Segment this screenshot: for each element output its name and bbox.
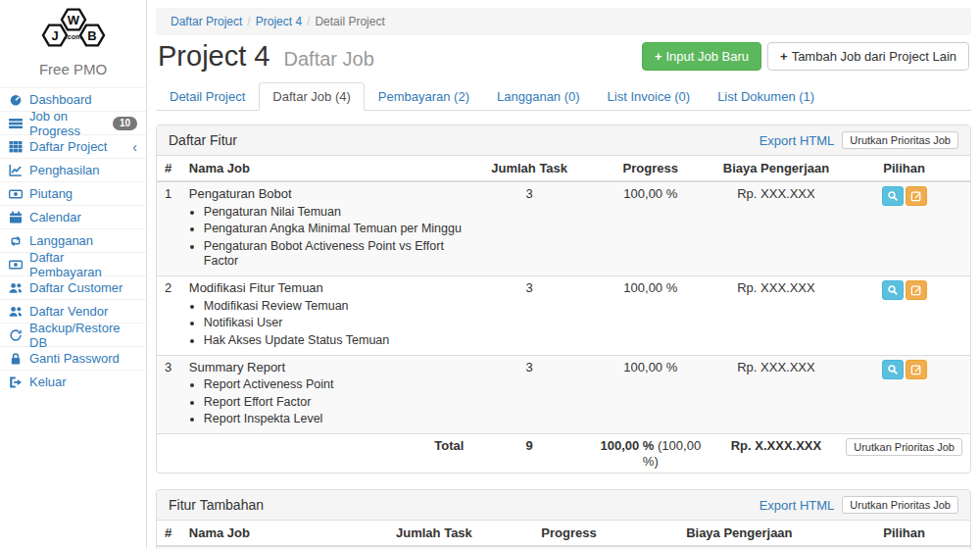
input-job-baru-button[interactable]: +Input Job Baru <box>642 42 761 71</box>
urutkan-prioritas-job-button[interactable]: Urutkan Prioritas Job <box>842 496 958 514</box>
job-name-cell: Pengaturan Bobot Pengaturan Nilai Temuan… <box>181 181 472 276</box>
panel-daftar-fitur: Daftar Fitur Export HTML Urutkan Priorit… <box>156 125 971 474</box>
tab-list-dokumen[interactable]: List Dokumen (1) <box>704 82 828 111</box>
breadcrumb-project-4[interactable]: Project 4 <box>256 15 302 28</box>
actions-cell <box>838 355 970 433</box>
col-pilihan: Pilihan <box>838 156 970 181</box>
row-num: 3 <box>157 355 181 433</box>
urutkan-prioritas-job-button[interactable]: Urutkan Prioritas Job <box>846 438 962 456</box>
table-row: 1 Pengaturan Bobot Pengaturan Nilai Temu… <box>157 181 970 276</box>
table-row: 3 Summary Report Report Activeness Point… <box>157 355 970 433</box>
refresh-icon <box>9 328 23 342</box>
daftar-fitur-table: # Nama Job Jumlah Task Progress Biaya Pe… <box>157 156 970 473</box>
tab-langganan[interactable]: Langganan (0) <box>483 82 594 111</box>
sign-out-icon <box>9 375 23 389</box>
task-count: 3 <box>471 276 586 355</box>
view-job-button[interactable] <box>882 186 904 206</box>
job-name-cell: Summary Report Report Activeness Point R… <box>181 355 472 433</box>
breadcrumb: Daftar Project/Project 4/Detail Project <box>156 8 971 35</box>
sidebar-item-dashboard[interactable]: Dashboard <box>0 87 146 111</box>
sidebar-item-calendar[interactable]: Calendar <box>0 205 146 228</box>
panel-title: Fitur Tambahan <box>169 497 264 513</box>
task-count: 3 <box>471 355 586 433</box>
tab-pembayaran[interactable]: Pembayaran (2) <box>365 82 483 111</box>
sidebar-item-label: Daftar Vendor <box>29 304 108 319</box>
page-title: Project 4 Daftar Job <box>158 40 374 73</box>
total-label: Total <box>181 434 472 474</box>
jwb-logo: W J B .com <box>0 0 146 59</box>
tab-list-invoice[interactable]: List Invoice (0) <box>594 82 705 111</box>
sidebar-item-label: Backup/Restore DB <box>29 321 137 350</box>
tab-daftar-job[interactable]: Daftar Job (4) <box>259 82 364 111</box>
view-job-button[interactable] <box>882 360 904 379</box>
users-icon <box>9 281 23 295</box>
project-name: Project 4 <box>158 40 270 72</box>
export-html-link[interactable]: Export HTML <box>760 133 835 148</box>
sidebar-item-daftar-pembayaran[interactable]: Daftar Pembayaran <box>0 252 146 275</box>
tambah-job-dari-project-lain-button[interactable]: +Tambah Job dari Project Lain <box>767 42 969 71</box>
sidebar-item-label: Piutang <box>29 186 73 201</box>
sidebar-item-keluar[interactable]: Keluar <box>0 370 146 393</box>
sidebar-item-label: Langganan <box>29 233 93 248</box>
sidebar-item-daftar-customer[interactable]: Daftar Customer <box>0 275 146 299</box>
edit-job-button[interactable] <box>906 186 927 206</box>
svg-text:W: W <box>67 13 79 27</box>
gauge-icon <box>9 93 23 107</box>
panel-tools: Export HTML Urutkan Prioritas Job <box>760 131 958 149</box>
chevron-left-icon: ‹ <box>132 140 137 154</box>
export-html-link[interactable]: Export HTML <box>760 498 835 513</box>
list-icon <box>9 117 23 130</box>
edit-job-button[interactable] <box>906 280 927 300</box>
row-num: 1 <box>157 181 181 276</box>
page-subtitle: Daftar Job <box>284 48 374 70</box>
edit-job-button[interactable] <box>906 360 927 379</box>
plus-icon: + <box>655 49 662 64</box>
sidebar-item-label: Dashboard <box>29 92 92 107</box>
table-header-row: # Nama Job Jumlah Task Progress Biaya Pe… <box>157 521 970 546</box>
sub-item: Pengaturan Angka Minimal Temuan per Ming… <box>204 222 465 237</box>
sidebar-item-backup-restore-db[interactable]: Backup/Restore DB <box>0 323 146 346</box>
sidebar-item-label: Keluar <box>29 374 67 389</box>
table-header-row: # Nama Job Jumlah Task Progress Biaya Pe… <box>157 156 970 181</box>
job-subitems: Modifikasi Review Temuan Notifikasi User… <box>204 299 465 349</box>
sidebar-item-piutang[interactable]: Piutang <box>0 181 146 205</box>
panel-title: Daftar Fitur <box>169 132 237 148</box>
svg-text:J: J <box>51 28 58 43</box>
view-job-button[interactable] <box>882 280 904 300</box>
sidebar-item-label: Job on Progress <box>29 109 106 138</box>
col-progress: Progress <box>587 156 714 181</box>
actions-cell <box>838 276 970 355</box>
sidebar-item-job-on-progress[interactable]: Job on Progress 10 <box>0 111 146 134</box>
svg-text:B: B <box>87 28 96 43</box>
job-subitems: Pengaturan Nilai Temuan Pengaturan Angka… <box>204 205 465 271</box>
sidebar-item-daftar-vendor[interactable]: Daftar Vendor <box>0 299 146 323</box>
sidebar-item-penghasilan[interactable]: Penghasilan <box>0 158 146 181</box>
main-content: Daftar Project/Project 4/Detail Project … <box>147 0 980 549</box>
col-biaya: Biaya Pengerjaan <box>640 521 838 546</box>
breadcrumb-daftar-project[interactable]: Daftar Project <box>171 15 242 28</box>
sub-item: Pengaturan Bobot Activeness Point vs Eff… <box>204 239 465 270</box>
sidebar-item-label: Daftar Project <box>29 139 107 154</box>
col-nama-job: Nama Job <box>181 156 472 181</box>
total-cost: Rp. X.XXX.XXX <box>714 434 839 474</box>
sub-item: Report Activeness Point <box>204 377 465 393</box>
cost-value: Rp. XXX.XXX <box>714 355 839 433</box>
task-count: 3 <box>471 181 586 276</box>
panel-fitur-tambahan: Fitur Tambahan Export HTML Urutkan Prior… <box>156 489 971 549</box>
col-jumlah-task: Jumlah Task <box>370 521 497 546</box>
urutkan-prioritas-job-button[interactable]: Urutkan Prioritas Job <box>842 131 958 149</box>
retweet-icon <box>9 234 23 248</box>
money-icon <box>9 258 23 272</box>
sidebar-item-langganan[interactable]: Langganan <box>0 228 146 252</box>
total-progress: 100,00 % (100,00 %) <box>587 434 714 474</box>
row-num: 2 <box>157 276 181 355</box>
table-icon <box>9 140 23 154</box>
sidebar-item-ganti-password[interactable]: Ganti Password <box>0 346 146 370</box>
sidebar-item-daftar-project[interactable]: Daftar Project ‹ <box>0 134 146 158</box>
breadcrumb-current: Detail Project <box>315 15 384 28</box>
sidebar-nav: Dashboard Job on Progress 10 Daftar Proj… <box>0 87 146 393</box>
users-icon <box>9 305 23 319</box>
tab-detail-project[interactable]: Detail Project <box>156 82 259 111</box>
cost-value: Rp. XXX.XXX <box>714 276 839 355</box>
breadcrumb-separator: / <box>247 15 250 28</box>
